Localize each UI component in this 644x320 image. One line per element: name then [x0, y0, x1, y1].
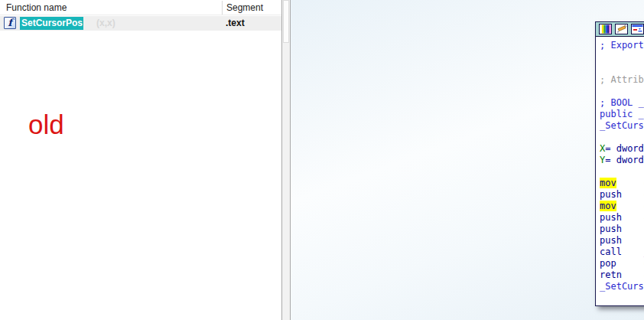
- disassembly-window: ; Exported entry 2226. SetCursorPos ; At…: [595, 21, 644, 306]
- disassembly-titlebar[interactable]: [596, 22, 644, 37]
- disassembly-area: ; Exported entry 2226. SetCursorPos ; At…: [291, 0, 644, 320]
- code-token: push [ebp+: [600, 224, 644, 234]
- code-line: _SetCursorPos@8 endp: [600, 281, 644, 292]
- code-token: = dword ptr: [605, 143, 644, 154]
- code-line: push 80h: [600, 212, 644, 224]
- functions-window: Function name Segment f SetCursorPos (x,…: [0, 0, 281, 320]
- code-token: pop ebp: [600, 258, 644, 269]
- code-token: push [ebp+: [600, 235, 644, 246]
- code-token: = dword ptr: [605, 155, 644, 165]
- code-line: public _SetCursorPos@8: [600, 109, 644, 120]
- column-header-function-name[interactable]: Function name: [6, 2, 67, 13]
- code-line: Y= dword ptr 0Ch: [600, 155, 644, 166]
- code-line: [600, 63, 644, 74]
- code-line: call _NtUserCallTwoParam@12 ; NtUserCall…: [600, 247, 644, 258]
- code-token: public _SetCursorPos@8: [600, 109, 644, 119]
- code-token: ; BOOL __stdcall SetCursorPos(int X, int…: [600, 97, 644, 108]
- column-divider[interactable]: [222, 1, 223, 15]
- code-line: ; Attributes: bp-based frame: [600, 74, 644, 86]
- function-name-suffix: (x,x): [96, 17, 115, 30]
- highlighted-token: mov: [600, 201, 616, 211]
- edit-pencil-icon[interactable]: [615, 24, 628, 34]
- code-line: [600, 166, 644, 178]
- functions-scrollbar[interactable]: [281, 0, 291, 320]
- code-line: X= dword ptr 8: [600, 143, 644, 155]
- code-line: mov edi, edi: [600, 178, 644, 189]
- code-line: mov ebp, esp: [600, 201, 644, 212]
- code-line: ; BOOL __stdcall SetCursorPos(int X, int…: [600, 97, 644, 109]
- code-line: [600, 51, 644, 63]
- code-line: push [ebp+Y]: [600, 224, 644, 235]
- code-token: _SetCursorPos@8 endp: [600, 281, 644, 292]
- functions-list-header: Function name Segment: [0, 0, 281, 15]
- code-token: push ebp: [600, 189, 644, 200]
- code-token: ebp, esp: [616, 201, 644, 211]
- code-line: ; Exported entry 2226. SetCursorPos: [600, 40, 644, 51]
- column-header-segment[interactable]: Segment: [226, 2, 263, 13]
- highlighted-token: mov: [600, 178, 616, 188]
- code-line: [600, 132, 644, 143]
- code-token: edi, edi: [616, 178, 644, 188]
- code-line: pop ebp: [600, 258, 644, 269]
- code-token: push: [600, 212, 644, 223]
- code-token: retn: [600, 269, 644, 280]
- code-token: call: [600, 247, 644, 257]
- function-icon: f: [4, 17, 16, 29]
- code-token: ; Attributes: bp-based frame: [600, 74, 644, 85]
- segment-cell: .text: [226, 17, 245, 30]
- code-line: push ebp: [600, 189, 644, 201]
- function-name-highlighted[interactable]: SetCursorPos: [20, 17, 83, 30]
- palette-icon[interactable]: [599, 24, 612, 34]
- disassembly-code[interactable]: ; Exported entry 2226. SetCursorPos ; At…: [596, 38, 644, 305]
- code-line: [600, 86, 644, 97]
- scrollbar-thumb[interactable]: [283, 0, 289, 43]
- code-line: _SetCursorPos@8 proc near: [600, 120, 644, 132]
- code-token: ; Exported entry 2226. SetCursorPos: [600, 40, 644, 51]
- screenshot-root: Function name Segment f SetCursorPos (x,…: [0, 0, 644, 320]
- code-line: retn 8: [600, 269, 644, 281]
- function-row[interactable]: f SetCursorPos (x,x) .text: [0, 16, 281, 31]
- window-layout-icon[interactable]: [631, 24, 644, 34]
- code-line: push [ebp+X]: [600, 235, 644, 247]
- annotation-old: old: [28, 109, 64, 140]
- code-token: _SetCursorPos@8 proc near: [600, 120, 644, 131]
